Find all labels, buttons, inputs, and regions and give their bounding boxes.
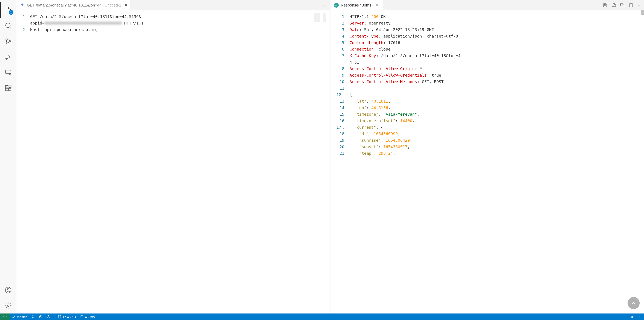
error-count: 0 — [44, 315, 46, 319]
tab-more-icon[interactable] — [322, 0, 330, 11]
problems-status[interactable]: 0 0 — [37, 313, 56, 320]
tab-title: Response(430ms) — [341, 3, 373, 8]
sync-status-icon[interactable] — [29, 313, 37, 320]
request-editor-content[interactable]: 1 2 GET /data/2.5/onecall?lat=40.1811&lo… — [16, 11, 330, 313]
svg-point-19 — [638, 5, 639, 6]
tab-title: GET /data/2.5/onecall?lat=40.1811&lon=44 — [27, 3, 102, 8]
size-label: 17.48 KB — [62, 315, 76, 319]
svg-point-22 — [12, 315, 13, 316]
svg-point-16 — [327, 5, 328, 6]
rest-client-icon: REST — [334, 3, 339, 8]
tab-response[interactable]: REST Response(430ms) — [330, 0, 383, 11]
request-code: GET /data/2.5/onecall?lat=40.1811&lon=44… — [28, 11, 145, 313]
notifications-icon[interactable] — [636, 313, 644, 320]
search-icon[interactable] — [0, 18, 16, 33]
git-branch-label: master — [17, 315, 27, 319]
warning-count: 0 — [52, 315, 53, 319]
split-editor-icon[interactable] — [627, 0, 635, 11]
remote-status-icon[interactable] — [0, 313, 10, 320]
svg-point-6 — [9, 73, 11, 75]
size-status[interactable]: 17.48 KB — [56, 313, 78, 320]
extensions-icon[interactable] — [0, 80, 16, 96]
svg-point-14 — [324, 5, 325, 6]
tab-request[interactable]: GET /data/2.5/onecall?lat=40.1811&lon=44… — [16, 0, 130, 11]
status-bar: master 0 0 17.48 KB 430ms — [0, 313, 644, 320]
svg-rect-10 — [9, 85, 11, 88]
feedback-icon[interactable] — [628, 313, 636, 320]
remote-explorer-icon[interactable] — [0, 65, 16, 80]
tab-untitled-label: Untitled-1 — [104, 3, 121, 8]
svg-rect-7 — [6, 85, 8, 88]
explorer-badge: 1 — [9, 10, 14, 15]
git-branch-status[interactable]: master — [10, 313, 29, 320]
tab-bar-right: REST Response(430ms) — [330, 0, 644, 11]
svg-point-0 — [6, 23, 10, 28]
svg-point-23 — [12, 317, 13, 318]
time-status[interactable]: 430ms — [78, 313, 97, 320]
response-gutter: 123456789101112⌄1314151617⌄18192021 — [330, 11, 348, 313]
editor-area: GET /data/2.5/onecall?lat=40.1811&lon=44… — [16, 0, 644, 313]
tab-more-icon[interactable] — [635, 0, 644, 11]
save-all-response-icon[interactable] — [609, 0, 618, 11]
editor-pane-request: GET /data/2.5/onecall?lat=40.1811&lon=44… — [16, 0, 330, 313]
scrollbar-thumb[interactable] — [641, 11, 644, 15]
minimap[interactable] — [314, 13, 329, 22]
svg-point-27 — [631, 316, 632, 317]
svg-point-4 — [6, 58, 7, 59]
svg-point-21 — [641, 5, 642, 6]
svg-rect-9 — [8, 88, 11, 91]
copy-response-icon[interactable] — [618, 0, 627, 11]
svg-point-24 — [14, 316, 15, 316]
svg-rect-8 — [6, 88, 8, 91]
svg-point-2 — [6, 42, 7, 44]
svg-point-12 — [7, 288, 9, 290]
save-response-icon[interactable] — [601, 0, 609, 11]
svg-point-26 — [58, 315, 61, 316]
accounts-icon[interactable] — [0, 282, 16, 298]
run-debug-icon[interactable] — [0, 49, 16, 65]
response-code: HTTP/1.1 200 OKServer: openrestyDate: Sa… — [348, 11, 462, 313]
http-method-icon — [20, 3, 25, 8]
activity-bar: 1 — [0, 0, 16, 313]
svg-point-3 — [9, 41, 11, 42]
editor-pane-response: REST Response(430ms) — [330, 0, 644, 313]
explorer-icon[interactable]: 1 — [0, 2, 16, 18]
scrollbar-track[interactable] — [641, 11, 644, 313]
tab-dirty-indicator — [125, 4, 127, 6]
svg-rect-17 — [622, 5, 624, 7]
svg-point-15 — [326, 5, 326, 6]
settings-gear-icon[interactable] — [0, 298, 16, 313]
svg-point-13 — [7, 305, 9, 306]
scroll-to-top-button[interactable] — [628, 297, 640, 309]
request-gutter: 1 2 — [16, 11, 28, 313]
tab-close-icon[interactable] — [375, 3, 379, 7]
svg-point-1 — [6, 39, 7, 40]
source-control-icon[interactable] — [0, 33, 16, 49]
time-label: 430ms — [85, 315, 95, 319]
svg-point-20 — [640, 5, 640, 6]
response-editor-content[interactable]: 123456789101112⌄1314151617⌄18192021 HTTP… — [330, 11, 644, 313]
tab-bar-left: GET /data/2.5/onecall?lat=40.1811&lon=44… — [16, 0, 330, 11]
